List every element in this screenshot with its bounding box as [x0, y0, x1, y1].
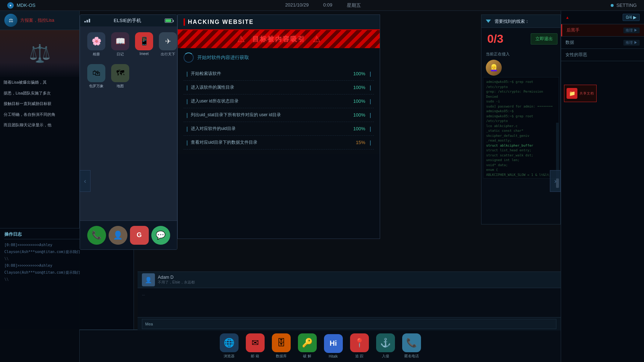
right-menu-item-1[interactable]: 数据 推理 ▶ — [561, 37, 644, 49]
progress-list: 开始检索该软件 100% 进入该软件的属性目录 100% 进入user id所在… — [184, 67, 374, 150]
code-line-3: sudo] password for admin: •••••••• — [486, 104, 556, 109]
setting-dot — [611, 4, 614, 7]
app-imeet[interactable]: 📱 Imeet — [135, 32, 153, 57]
code-line-5: admin@wks05:~$ grep root /etc/crypto — [486, 114, 556, 124]
exit-button[interactable]: 立即退出 — [531, 33, 557, 45]
progress-percent-3: 100% — [353, 112, 365, 118]
right-menu-item-0[interactable]: 后黑手 推理 ▶ — [561, 24, 644, 37]
target-avatar: 👱‍♀️ — [486, 60, 502, 76]
hacking-header: HACKING WEBSITE — [178, 15, 380, 30]
dock-google[interactable]: G — [130, 226, 149, 245]
tool-anon-call[interactable]: 📞 匿名电话 — [402, 333, 421, 359]
chat-input-row — [138, 317, 561, 331]
signal-bar-3 — [89, 19, 90, 22]
code-line-4: admin@wks05:~$ — [486, 109, 556, 114]
panel-text-1: 随着Lisa被爆出骗婚，其 — [0, 77, 79, 88]
tool-browser[interactable]: 🌐 浏览器 — [220, 333, 239, 359]
hack-side-panel: 需要找到的线索： 0/3 立即退出 当前正在侵入 👱‍♀️ admin@wks0… — [481, 14, 561, 224]
app-travel[interactable]: ✈ 出行天下 — [159, 32, 177, 57]
invading-label: 当前正在侵入 — [481, 50, 560, 58]
phone-status-bar: ELSIE的手机 — [80, 15, 177, 26]
panel-title: 方报案，指控Lisa — [20, 17, 54, 24]
warning-icon-right: ⚠ — [313, 34, 321, 44]
panel-text-3: 接触目标一直到威胁目标获 — [0, 98, 79, 109]
progress-label-5: 查看对应uid目录下的数据文件目录 — [191, 139, 356, 146]
app-map[interactable]: 🗺 地图 — [111, 64, 129, 89]
chat-area: 👤 Adam D 不用了，Elsie，永远都 ... — [138, 272, 561, 329]
intrude-icon: ⚓ — [376, 333, 395, 352]
shared-files-button[interactable]: 📁 共享文档 — [564, 85, 597, 102]
app-map-icon: 🗺 — [111, 64, 129, 82]
os-name: MDK-OS — [17, 3, 35, 8]
hacking-bar — [184, 18, 185, 26]
app-shopping[interactable]: 🛍 包罗万象 — [87, 64, 105, 89]
chat-input[interactable] — [142, 319, 556, 329]
time-display: 0:09 — [323, 2, 332, 9]
top-bar-right: SETTING — [611, 3, 637, 8]
signal-bar-2 — [87, 20, 88, 22]
phone-panel: ELSIE的手机 🌸 相册 📖 日记 📱 Imeet ✈ 出行天下 🛍 包罗万象… — [80, 14, 177, 250]
code-line-16: enum { — [486, 168, 556, 173]
tool-intrude[interactable]: ⚓ 入侵 — [376, 333, 395, 359]
nav-arrow-right[interactable]: › — [550, 170, 561, 192]
phone-dock: 📞 👤 G 💬 — [80, 220, 177, 249]
tool-crack[interactable]: 🔑 破 解 — [298, 333, 317, 359]
top-bar-center: 2021/10/29 0:09 星期五 — [285, 2, 361, 9]
dock-messages[interactable]: 💬 — [151, 226, 170, 245]
code-line-13: unsigned int len; — [486, 158, 556, 163]
right-menu-item-2[interactable]: 女性的罪恶 — [561, 49, 644, 61]
tool-email[interactable]: ✉ 邮 箱 — [246, 333, 265, 359]
shared-section: 📁 共享文档 — [561, 83, 644, 104]
code-line-0: admin@wks05:~$ grep root /etc/crypto — [486, 80, 556, 89]
left-panel: ⚖ 方报案，指控Lisa ⚖️ 随着Lisa被爆出骗婚，其 据悉，Lisa团队实… — [0, 11, 80, 362]
anon-call-label: 匿名电话 — [404, 354, 419, 359]
right-panel: ▲ 0/4 ▶ 后黑手 推理 ▶ 数据 推理 ▶ 女性的罪恶 📁 共享文档 — [561, 11, 644, 362]
nav-arrow-left[interactable]: ‹ — [80, 170, 91, 192]
progress-percent-1: 100% — [353, 85, 365, 90]
tool-track[interactable]: 📍 追 踪 — [350, 333, 369, 359]
setting-label[interactable]: SETTING — [616, 3, 637, 8]
app-diary-icon: 📖 — [111, 32, 129, 50]
code-line-11: struct list_head entry; — [486, 148, 556, 153]
tool-hitalk[interactable]: Hi Hitalk — [324, 334, 343, 358]
app-imeet-label: Imeet — [139, 52, 148, 56]
progress-item-0: 开始检索该软件 100% — [184, 67, 374, 81]
right-menu-tag-1: 推理 ▶ — [623, 40, 640, 46]
app-album-icon: 🌸 — [87, 32, 105, 50]
dock-contacts[interactable]: 👤 — [109, 226, 127, 245]
code-line-9: struct ablkcipher_buffer — [486, 143, 556, 148]
app-diary[interactable]: 📖 日记 — [111, 32, 129, 57]
progress-label-2: 进入user id所在状态目录 — [191, 98, 353, 104]
hacking-title: HACKING WEBSITE — [188, 19, 254, 25]
os-logo: ● — [7, 2, 14, 9]
progress-label-1: 进入该软件的属性目录 — [191, 84, 353, 90]
chat-preview: 不用了，Elsie，永远都 — [158, 280, 195, 285]
signal-bar-1 — [84, 21, 86, 22]
crack-label: 破 解 — [303, 354, 311, 359]
app-map-label: 地图 — [117, 84, 124, 89]
progress-percent-4: 100% — [353, 126, 365, 131]
date-display: 2021/10/29 — [285, 2, 309, 9]
clue-title: 需要找到的线索： — [494, 19, 529, 24]
progress-percent-5: 15% — [356, 140, 365, 145]
app-album[interactable]: 🌸 相册 — [87, 32, 105, 57]
chat-user-avatar: 👤 — [142, 273, 155, 286]
progress-percent-2: 100% — [353, 98, 365, 104]
code-line-17: ABLKCIPHER_WALK_SLOW = 1 & lt&lt; 0, — [486, 173, 556, 179]
code-line-12: struct scatter_walk dst; — [486, 153, 556, 158]
hack-progress-area: 开始对软件内容进行获取 开始检索该软件 100% 进入该软件的属性目录 100%… — [178, 48, 380, 154]
app-travel-icon: ✈ — [159, 32, 177, 50]
progress-percent-0: 100% — [353, 71, 365, 76]
score-badge[interactable]: 0/4 ▶ — [623, 14, 640, 21]
app-shopping-icon: 🛍 — [87, 64, 105, 82]
hitalk-icon: Hi — [324, 334, 343, 353]
right-menu-label-0: 后黑手 — [567, 27, 580, 33]
tool-database[interactable]: 🗄 数据库 — [272, 333, 291, 359]
phone-apps-grid: 🌸 相册 📖 日记 📱 Imeet ✈ 出行天下 🛍 包罗万象 🗺 地图 — [80, 26, 177, 94]
progress-label-3: 列出uid_stat目录下所有软件对应的 user id目录 — [191, 112, 353, 118]
dock-phone[interactable]: 📞 — [87, 226, 106, 245]
progress-label-4: 进入对应软件的uid目录 — [191, 126, 353, 132]
app-diary-label: 日记 — [117, 52, 124, 57]
chat-message-text: ... — [142, 292, 145, 296]
phone-name: ELSIE的手机 — [114, 17, 141, 24]
